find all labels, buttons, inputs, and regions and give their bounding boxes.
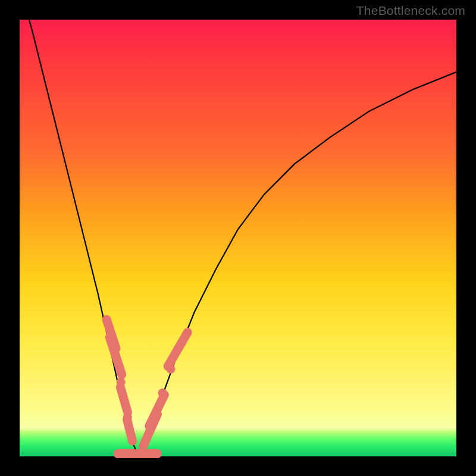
curve-svg (20, 20, 456, 456)
curve-markers (101, 314, 194, 458)
watermark-text: TheBottleneck.com (356, 4, 465, 18)
curve-marker-pill (162, 326, 194, 372)
chart-frame: TheBottleneck.com (0, 0, 476, 476)
plot-area (20, 20, 456, 456)
bottleneck-curve (20, 0, 456, 454)
curve-marker-pill (115, 381, 133, 418)
curve-marker-dot (158, 389, 167, 397)
curve-marker-pill (114, 449, 162, 458)
curve-marker-dot (128, 437, 137, 446)
